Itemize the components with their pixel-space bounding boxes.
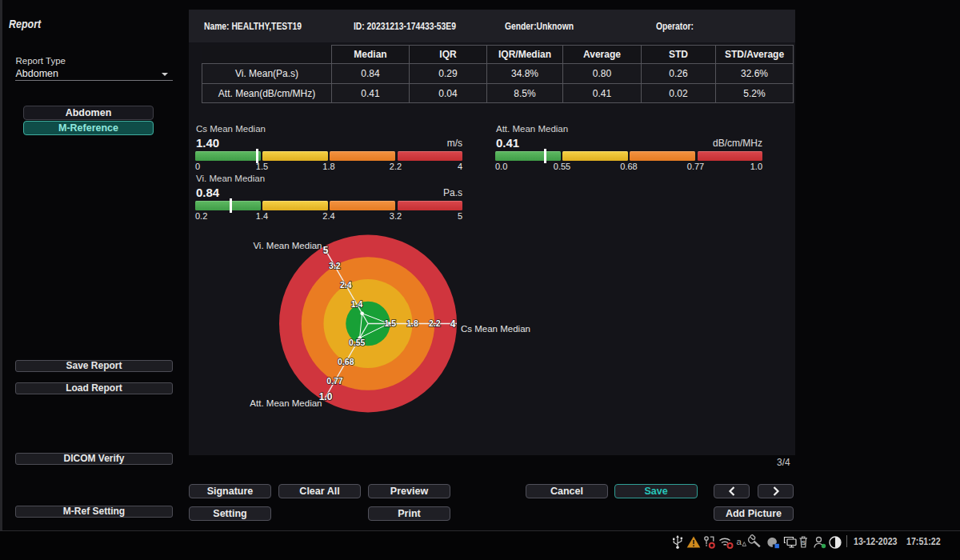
svg-text:0.68: 0.68 bbox=[338, 357, 354, 366]
svg-text:Cs Mean Median: Cs Mean Median bbox=[461, 324, 530, 334]
svg-text:2.4: 2.4 bbox=[340, 280, 352, 290]
svg-text:1.8: 1.8 bbox=[406, 318, 418, 328]
svg-text:0.77: 0.77 bbox=[326, 376, 343, 386]
svg-text:S: S bbox=[802, 539, 806, 546]
svg-text:4: 4 bbox=[450, 318, 456, 330]
svg-text:5: 5 bbox=[323, 245, 329, 256]
svg-text:1.5: 1.5 bbox=[384, 318, 396, 328]
svg-text:0.55: 0.55 bbox=[349, 338, 366, 347]
svg-text:2.2: 2.2 bbox=[429, 318, 441, 328]
svg-text:Vi. Mean Median: Vi. Mean Median bbox=[253, 241, 322, 250]
svg-text:1.4: 1.4 bbox=[351, 299, 363, 309]
svg-text:Att. Mean Median: Att. Mean Median bbox=[250, 398, 322, 408]
svg-text:3.2: 3.2 bbox=[329, 261, 341, 270]
svg-text:a: a bbox=[737, 537, 742, 546]
